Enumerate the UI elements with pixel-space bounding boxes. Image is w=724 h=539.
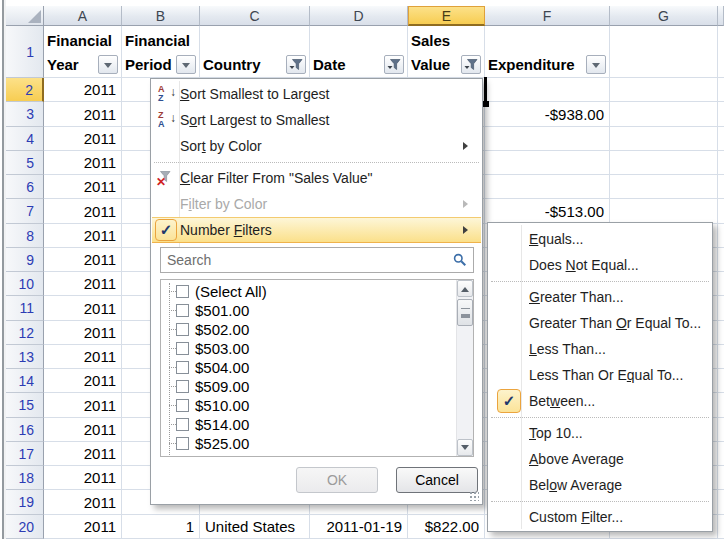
cell-F3[interactable]: -$938.00 [485,102,610,127]
cell-G6[interactable] [610,175,718,199]
menu-item-sort-by-color[interactable]: Sort by Color [152,133,481,159]
column-header-G[interactable]: G [610,6,718,26]
row-header-15[interactable]: 15 [6,393,44,418]
checkbox[interactable] [176,285,189,298]
cell-A11[interactable]: 2011 [44,296,122,321]
submenu-item-less-than[interactable]: Less Than... [489,336,711,362]
filter-value-item-partial[interactable] [161,453,455,457]
filter-dropdown-button-F[interactable] [586,55,606,74]
filter-applied-button-D[interactable] [384,55,404,74]
cell-A3[interactable]: 2011 [44,102,122,127]
cell-G5[interactable] [610,151,718,175]
cell-A7[interactable]: 2011 [44,199,122,224]
row-header-20[interactable]: 20 [6,515,44,539]
cell-A14[interactable]: 2011 [44,369,122,393]
cell-A4[interactable]: 2011 [44,127,122,151]
checkbox[interactable] [176,418,189,431]
row-header-19[interactable]: 19 [6,490,44,515]
checkbox[interactable] [176,323,189,336]
filter-dropdown-button-B[interactable] [176,55,196,74]
cell-D20[interactable]: 2011-01-19 [310,515,408,539]
row-header-9[interactable]: 9 [6,248,44,272]
menu-item-sort-largest-to-smallest[interactable]: ZA↓Sort Largest to Smallest [152,107,481,133]
search-input[interactable] [167,252,453,268]
column-header-C[interactable]: C [200,6,310,26]
filter-value-item[interactable]: $504.00 [161,358,455,377]
cell-A13[interactable]: 2011 [44,345,122,369]
checkbox[interactable] [176,361,189,374]
cell-G7[interactable] [610,199,718,224]
filter-value-item[interactable]: $501.00 [161,301,455,320]
column-header-F[interactable]: F [485,6,610,26]
row-header-2[interactable]: 2 [6,78,44,102]
cell-A17[interactable]: 2011 [44,442,122,466]
cell-edge8[interactable] [718,224,724,248]
row-header-14[interactable]: 14 [6,369,44,393]
cell-edge7[interactable] [718,199,724,224]
row-header-16[interactable]: 16 [6,418,44,442]
selected-cell-fill-handle[interactable] [483,101,489,107]
cell-A9[interactable]: 2011 [44,248,122,272]
cell-C20[interactable]: United States [200,515,310,539]
checkbox[interactable] [176,399,189,412]
checkbox[interactable] [176,437,189,450]
row-header-6[interactable]: 6 [6,175,44,199]
cell-edge20[interactable] [718,515,724,539]
submenu-item-does-not-equal[interactable]: Does Not Equal... [489,252,711,278]
submenu-item-custom-filter[interactable]: Custom Filter... [489,504,711,530]
cell-edge13[interactable] [718,345,724,369]
submenu-item-greater-than[interactable]: Greater Than... [489,284,711,310]
cell-edge18[interactable] [718,466,724,490]
filter-value-item[interactable]: $503.00 [161,339,455,358]
checkbox[interactable] [176,342,189,355]
cell-edge11[interactable] [718,296,724,321]
row-header-12[interactable]: 12 [6,321,44,345]
cell-edge10[interactable] [718,272,724,296]
cell-A12[interactable]: 2011 [44,321,122,345]
cell-edge15[interactable] [718,393,724,418]
list-scrollbar[interactable] [456,280,473,456]
filter-value-item[interactable]: $510.00 [161,396,455,415]
checkbox[interactable] [176,304,189,317]
row-header-1[interactable]: 1 [6,26,44,78]
row-header-5[interactable]: 5 [6,151,44,175]
row-header-17[interactable]: 17 [6,442,44,466]
scroll-up-button[interactable] [457,280,473,297]
cell-A6[interactable]: 2011 [44,175,122,199]
filter-value-item[interactable]: (Select All) [161,282,455,301]
submenu-item-less-than-or-equal-to[interactable]: Less Than Or Equal To... [489,362,711,388]
submenu-item-below-average[interactable]: Below Average [489,472,711,498]
cell-edge2[interactable] [718,78,724,102]
cell-edge16[interactable] [718,418,724,442]
search-icon[interactable] [453,253,467,267]
cell-A5[interactable]: 2011 [44,151,122,175]
cell-G4[interactable] [610,127,718,151]
submenu-item-between[interactable]: ✓Between... [489,388,711,414]
cell-A19[interactable]: 2011 [44,490,122,515]
cell-F7[interactable]: -$513.00 [485,199,610,224]
filter-value-item[interactable]: $502.00 [161,320,455,339]
filter-applied-button-C[interactable] [286,55,306,74]
cell-A20[interactable]: 2011 [44,515,122,539]
filter-dropdown-button-A[interactable] [98,55,118,74]
cell-edge9[interactable] [718,248,724,272]
row-header-7[interactable]: 7 [6,199,44,224]
row-header-8[interactable]: 8 [6,224,44,248]
menu-item-number-filters[interactable]: ✓Number Filters [152,217,481,243]
cell-A16[interactable]: 2011 [44,418,122,442]
cell-A18[interactable]: 2011 [44,466,122,490]
scrollbar-thumb[interactable] [457,299,473,326]
cell-B20[interactable]: 1 [122,515,200,539]
cell-edge5[interactable] [718,151,724,175]
cell-G2[interactable] [610,78,718,102]
cell-A8[interactable]: 2011 [44,224,122,248]
submenu-item-greater-than-or-equal-to[interactable]: Greater Than Or Equal To... [489,310,711,336]
column-header-A[interactable]: A [44,6,122,26]
cell-edge14[interactable] [718,369,724,393]
resize-grip-icon[interactable] [469,491,479,501]
cell-edge12[interactable] [718,321,724,345]
cell-F2[interactable] [485,78,610,102]
filter-value-item[interactable]: $525.00 [161,434,455,453]
cell-edge19[interactable] [718,490,724,515]
scroll-down-button[interactable] [457,439,473,456]
